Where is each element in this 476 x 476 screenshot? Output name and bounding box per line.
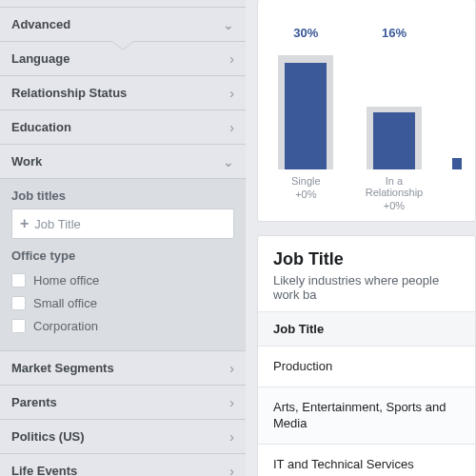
chart-delta-label: +0% [357, 200, 431, 211]
filter-parents[interactable]: Parents › [0, 386, 246, 420]
chevron-right-icon: › [229, 121, 234, 134]
filter-education[interactable]: Education › [0, 110, 246, 145]
chart-area: 30% 16% [258, 17, 475, 169]
filter-education-label: Education [11, 120, 71, 134]
filter-work-label: Work [11, 154, 42, 169]
chart-delta-label: +0% [268, 188, 343, 200]
job-title-input-wrap[interactable]: + [11, 208, 234, 239]
office-type-small[interactable]: Small office [11, 291, 234, 314]
chevron-right-icon: › [229, 362, 234, 375]
sidebar-top-spacer [0, 0, 246, 8]
filter-parents-label: Parents [11, 395, 57, 409]
relationship-chart: 30% 16% [257, 0, 476, 222]
filter-market-segments[interactable]: Market Segments › [0, 351, 246, 386]
table-row[interactable]: Arts, Entertainment, Sports and Media [258, 387, 475, 445]
chevron-right-icon: › [229, 87, 234, 100]
chart-x-axis: Single +0% In a Relationship +0% [258, 175, 475, 211]
chart-value-label: 30% [293, 26, 318, 40]
main-content: 30% 16% [246, 0, 476, 476]
office-type-corporation[interactable]: Corporation [11, 314, 234, 337]
job-titles-subhead: Job titles [11, 188, 234, 203]
job-title-heading: Job Title [273, 249, 460, 269]
job-title-col-header: Job Title [258, 312, 475, 347]
chart-category-label: In a Relationship [357, 175, 431, 198]
chart-bar-partial [446, 17, 465, 169]
checkbox-icon[interactable] [11, 319, 26, 333]
filter-work[interactable]: Work ⌄ [0, 145, 246, 179]
work-panel: Job titles + Office type Home office Sma… [0, 179, 246, 351]
office-type-label: Small office [33, 296, 97, 310]
filter-advanced-label: Advanced [11, 17, 70, 31]
filter-language-label: Language [11, 51, 69, 66]
chevron-down-icon: ⌄ [223, 155, 234, 169]
plus-icon: + [20, 215, 29, 232]
job-title-subheading: Likely industries where people work ba [273, 273, 460, 302]
chevron-right-icon: › [229, 430, 234, 444]
chevron-right-icon: › [229, 465, 234, 477]
chart-value-label: 16% [382, 26, 407, 40]
filter-politics-label: Politics (US) [11, 429, 85, 444]
office-type-home[interactable]: Home office [11, 268, 234, 291]
checkbox-icon[interactable] [11, 273, 26, 288]
filter-life-events-label: Life Events [11, 464, 77, 476]
job-title-input[interactable] [34, 217, 226, 231]
filter-relationship-label: Relationship Status [11, 86, 127, 100]
filter-advanced[interactable]: Advanced ⌄ [0, 8, 246, 42]
checkbox-icon[interactable] [11, 296, 26, 310]
filter-politics[interactable]: Politics (US) › [0, 420, 246, 454]
job-title-card: Job Title Likely industries where people… [257, 235, 476, 476]
chevron-down-icon: ⌄ [223, 18, 234, 31]
table-row[interactable]: Production [258, 347, 475, 387]
filter-life-events[interactable]: Life Events › [0, 454, 246, 476]
office-type-label: Home office [33, 273, 99, 288]
chart-bar-relationship: 16% [357, 17, 431, 169]
table-row[interactable]: IT and Technical Services [258, 445, 475, 476]
office-type-label: Corporation [33, 319, 98, 333]
chart-bar-single: 30% [268, 17, 343, 169]
filter-market-segments-label: Market Segments [11, 361, 114, 375]
filter-relationship-status[interactable]: Relationship Status › [0, 76, 246, 110]
sidebar: Advanced ⌄ Language › Relationship Statu… [0, 0, 246, 476]
office-type-subhead: Office type [11, 248, 234, 263]
chevron-right-icon: › [229, 52, 234, 66]
chart-category-label: Single [268, 175, 343, 187]
chevron-right-icon: › [229, 396, 234, 409]
